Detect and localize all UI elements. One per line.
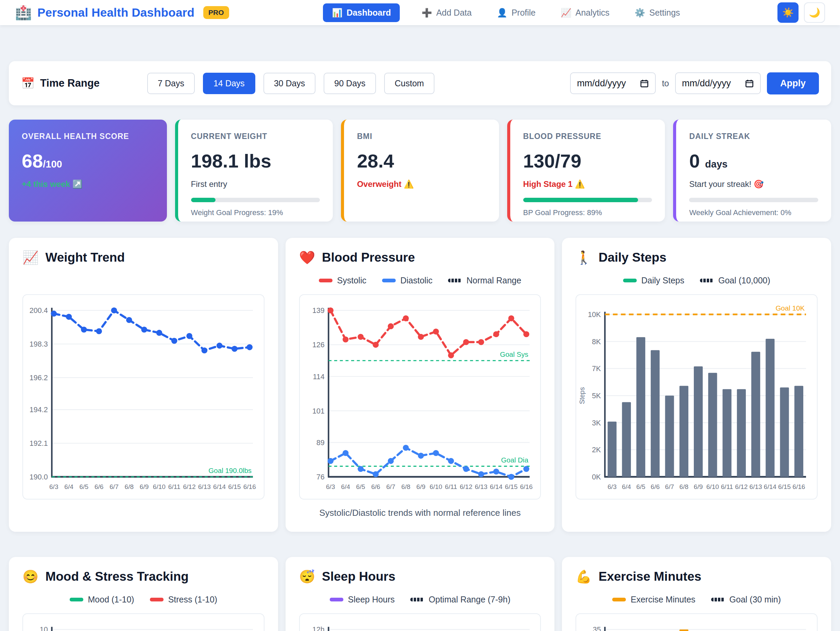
stat-card-weight: CURRENT WEIGHT 198.1 lbs First entry Wei… [175,120,333,222]
stat-subtitle: First entry [191,180,320,189]
sun-icon: ☀️ [782,7,794,18]
legend-item[interactable]: Optimal Range (7-9h) [410,595,510,604]
sleep-chart-area: 12h [299,613,541,631]
brand: 🏥 Personal Health Dashboard PRO [15,6,229,19]
svg-text:Goal Sys: Goal Sys [500,350,528,358]
smiling-face-icon: 😊 [22,569,38,584]
chart-title-text: Weight Trend [45,251,125,265]
svg-text:200.4: 200.4 [30,306,48,315]
light-theme-button[interactable]: ☀️ [777,2,799,23]
preset-14-days[interactable]: 14 Days [203,73,255,94]
date-to-placeholder: mm/dd/yyyy [682,78,731,89]
preset-7-days[interactable]: 7 Days [147,73,195,94]
stat-label: DAILY STREAK [689,132,818,141]
legend-item[interactable]: Sleep Hours [330,595,395,604]
main-nav: 📊 Dashboard ➕ Add Data 👤 Profile 📈 Analy… [323,3,683,22]
date-from-input[interactable]: mm/dd/yyyy [570,73,656,94]
legend-label: Exercise Minutes [631,595,695,604]
svg-text:6/4: 6/4 [64,483,73,490]
health-score: 68 [22,150,43,172]
calendar-picker-icon[interactable] [640,79,649,88]
main-content: 📅 Time Range 7 Days 14 Days 30 Days 90 D… [0,25,840,631]
svg-text:10: 10 [40,626,48,631]
exercise-chart-area: 35 [576,613,818,631]
legend-item[interactable]: Daily Steps [623,276,684,286]
svg-text:6/14: 6/14 [764,483,777,490]
bp-progress-fill [523,198,638,202]
nav-item-dashboard[interactable]: 📊 Dashboard [323,3,400,22]
dark-theme-button[interactable]: 🌙 [804,2,825,23]
chart-legend: Sleep HoursOptimal Range (7-9h) [299,594,541,604]
svg-text:114: 114 [313,373,324,381]
charts-row-bottom: 😊 Mood & Stress Tracking Mood (1-10)Stre… [9,557,831,631]
custom-date-range: mm/dd/yyyy to mm/dd/yyyy Apply [570,73,819,95]
mood-chart-area: 10 [22,613,264,631]
chart-title-text: Sleep Hours [322,569,395,584]
streak-days: 0 [689,150,699,172]
svg-text:6/5: 6/5 [79,483,89,490]
chart-title: ❤️ Blood Pressure [299,250,541,265]
stat-subtitle: Overweight ⚠️ [357,180,486,189]
app-header: 🏥 Personal Health Dashboard PRO 📊 Dashbo… [0,0,840,25]
svg-text:139: 139 [312,306,324,315]
nav-label: Dashboard [346,8,391,18]
legend-item[interactable]: Mood (1-10) [70,595,134,604]
svg-text:6/15: 6/15 [505,483,517,490]
mood-stress-card: 😊 Mood & Stress Tracking Mood (1-10)Stre… [9,557,278,631]
nav-item-analytics[interactable]: 📈 Analytics [557,3,613,22]
svg-text:6/11: 6/11 [168,483,180,490]
apply-button[interactable]: Apply [767,73,819,95]
person-icon: 👤 [497,8,507,18]
legend-item[interactable]: Goal (30 min) [711,595,781,604]
legend-item[interactable]: Systolic [319,276,366,286]
svg-text:3K: 3K [592,419,602,427]
legend-label: Optimal Range (7-9h) [429,595,510,604]
svg-text:6/5: 6/5 [356,483,365,490]
legend-item[interactable]: Goal (10,000) [700,276,770,286]
svg-text:6/7: 6/7 [665,483,674,490]
svg-text:6/11: 6/11 [721,483,733,490]
legend-item[interactable]: Stress (1-10) [150,595,217,604]
stat-label: OVERALL HEALTH SCORE [22,132,154,141]
preset-custom[interactable]: Custom [384,73,434,94]
sleep-hours-card: 😴 Sleep Hours Sleep HoursOptimal Range (… [286,557,555,631]
svg-text:6/13: 6/13 [750,483,762,490]
chart-title: 😊 Mood & Stress Tracking [22,569,264,584]
legend-item[interactable]: Exercise Minutes [612,595,695,604]
stat-card-streak: DAILY STREAK 0 days Start your streak! 🎯… [673,120,831,222]
stat-value: 0 days [689,150,818,172]
legend-label: Mood (1-10) [88,595,134,604]
plus-icon: ➕ [422,8,432,18]
preset-30-days[interactable]: 30 Days [264,73,316,94]
svg-text:6/15: 6/15 [778,483,791,490]
daily-steps-card: 🚶 Daily Steps Daily StepsGoal (10,000) 1… [562,238,831,532]
legend-item[interactable]: Normal Range [448,276,521,286]
line-swatch [319,279,332,282]
to-label: to [662,79,669,88]
progress-label: Weight Goal Progress: 19% [191,208,320,217]
legend-label: Daily Steps [641,276,684,286]
nav-label: Settings [649,8,680,18]
chart-title: 🚶 Daily Steps [576,250,818,265]
legend-label: Normal Range [466,276,521,286]
nav-label: Analytics [576,8,609,18]
svg-text:6/10: 6/10 [706,483,719,490]
nav-item-profile[interactable]: 👤 Profile [493,3,539,22]
svg-text:6/8: 6/8 [125,483,134,490]
svg-text:6/9: 6/9 [140,483,149,490]
svg-text:6/15: 6/15 [228,483,241,490]
preset-90-days[interactable]: 90 Days [324,73,376,94]
dashed-line-swatch [410,598,424,601]
legend-label: Diastolic [401,276,433,286]
nav-item-add-data[interactable]: ➕ Add Data [418,3,475,22]
legend-item[interactable]: Diastolic [382,276,433,286]
stat-value: 68/100 [22,150,154,172]
weight-progress-fill [191,198,216,202]
calendar-picker-icon[interactable] [745,79,754,88]
time-range-title: 📅 Time Range [21,77,99,90]
bp-chart-area: 13912611410189766/36/46/56/66/76/86/96/1… [299,294,541,500]
date-to-input[interactable]: mm/dd/yyyy [675,73,761,94]
nav-item-settings[interactable]: ⚙️ Settings [631,3,684,22]
stats-row: OVERALL HEALTH SCORE 68/100 +4 this week… [9,120,831,222]
chart-title: 💪 Exercise Minutes [576,569,818,584]
